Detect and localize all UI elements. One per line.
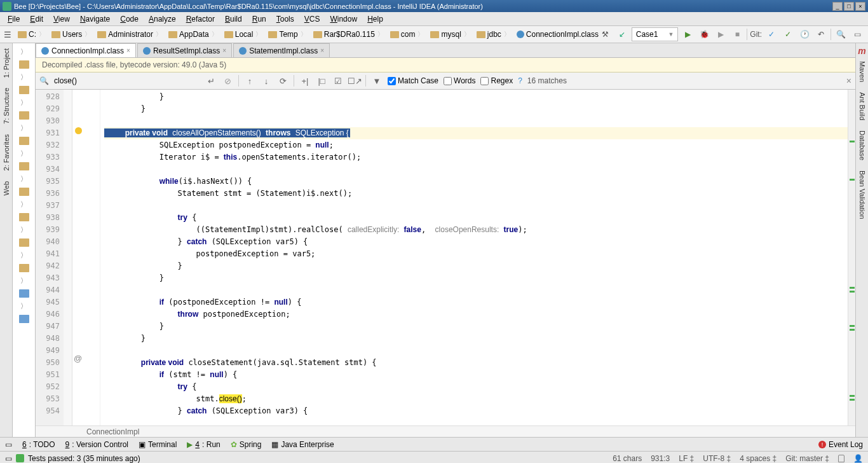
tree-expand-icon[interactable]: 〉 xyxy=(20,301,27,311)
editor-tab[interactable]: ResultSetImpl.class× xyxy=(137,43,232,57)
breadcrumb-item[interactable]: com xyxy=(388,29,428,40)
select-occur-icon[interactable]: |□ xyxy=(316,75,327,86)
error-stripe[interactable] xyxy=(848,90,855,425)
tool-terminal[interactable]: ▣ Terminal xyxy=(139,440,177,449)
prev-match-button[interactable]: ↑ xyxy=(244,75,255,86)
tree-expand-icon[interactable]: 〉 xyxy=(20,251,27,260)
menu-tools[interactable]: Tools xyxy=(271,13,299,25)
breadcrumb-item[interactable]: C: xyxy=(15,29,49,40)
menu-file[interactable]: File xyxy=(3,13,25,25)
menu-build[interactable]: Build xyxy=(220,13,247,25)
breadcrumb-item[interactable]: Users xyxy=(49,29,95,40)
breadcrumb-item[interactable]: Temp xyxy=(266,29,310,40)
minimize-button[interactable]: _ xyxy=(832,2,843,11)
menu-refactor[interactable]: Refactor xyxy=(181,13,220,25)
breadcrumb-item[interactable]: Rar$DRa0.115 xyxy=(311,29,388,40)
export-icon[interactable]: ☐↗ xyxy=(349,75,360,86)
breadcrumb-item[interactable]: Administrator xyxy=(95,29,166,40)
git-history-icon[interactable]: 🕐 xyxy=(797,27,811,41)
maven-icon[interactable]: m xyxy=(858,46,865,56)
breadcrumb-item[interactable]: Local xyxy=(222,29,266,40)
lock-icon[interactable] xyxy=(838,455,844,462)
words-checkbox[interactable]: Words xyxy=(444,76,475,85)
tool-tab-maven[interactable]: Maven xyxy=(857,56,867,87)
event-log-button[interactable]: ! Event Log xyxy=(818,440,863,449)
close-tab-icon[interactable]: × xyxy=(320,47,324,54)
tool-tab-project[interactable]: 1: Project xyxy=(1,43,11,83)
coverage-button[interactable]: ▶ xyxy=(714,27,728,41)
tool-tab-structure[interactable]: 7: Structure xyxy=(1,83,11,129)
menu-edit[interactable]: Edit xyxy=(25,13,48,25)
inspector-icon[interactable]: 👤 xyxy=(853,454,863,463)
editor-tab[interactable]: ConnectionImpl.class× xyxy=(36,43,136,57)
enter-icon[interactable]: ↵ xyxy=(205,75,217,86)
structure-breadcrumb[interactable]: ConnectionImpl xyxy=(36,425,855,437)
match-case-checkbox[interactable]: Match Case xyxy=(388,76,438,85)
tool-java-enterprise[interactable]: ▦ Java Enterprise xyxy=(271,440,334,449)
caret-position[interactable]: 931:3 xyxy=(651,454,670,463)
fold-gutter[interactable] xyxy=(64,90,72,425)
breadcrumb-item[interactable]: ConnectionImpl.class xyxy=(514,29,599,40)
tool-run[interactable]: ▶ 4: Run xyxy=(187,440,220,449)
code-text[interactable]: } } private void closeAllOpenStatements(… xyxy=(100,90,848,425)
close-button[interactable]: × xyxy=(855,2,865,11)
status-bar-icon[interactable]: ▭ xyxy=(5,454,12,463)
menu-view[interactable]: View xyxy=(48,13,75,25)
search-icon[interactable]: 🔍 xyxy=(834,27,848,41)
breadcrumb-item[interactable]: mysql xyxy=(428,29,473,40)
sync-icon[interactable]: ↙ xyxy=(615,27,629,41)
bottom-menu-icon[interactable]: ▭ xyxy=(5,440,12,449)
git-update-icon[interactable]: ✓ xyxy=(764,27,778,41)
tree-expand-icon[interactable]: 〉 xyxy=(20,123,27,133)
tree-expand-icon[interactable]: 〉 xyxy=(20,225,27,235)
tree-expand-icon[interactable]: 〉 xyxy=(20,174,27,184)
tool-tab-web[interactable]: Web xyxy=(1,176,11,200)
tool-todo[interactable]: 6: TODO xyxy=(22,440,55,449)
menu-run[interactable]: Run xyxy=(247,13,271,25)
regex-checkbox[interactable]: Regex xyxy=(480,76,513,85)
tree-expand-icon[interactable]: 〉 xyxy=(20,47,27,57)
breadcrumb-item[interactable]: AppData xyxy=(166,29,222,40)
deselect-icon[interactable]: ☑ xyxy=(332,75,344,86)
git-branch[interactable]: Git: master ‡ xyxy=(785,454,829,463)
tree-expand-icon[interactable]: 〉 xyxy=(20,200,27,209)
menu-code[interactable]: Code xyxy=(115,13,144,25)
clear-icon[interactable]: ⊘ xyxy=(222,75,233,86)
run-config-selector[interactable]: Case1 ▼ xyxy=(632,27,679,41)
editor-tab[interactable]: StatementImpl.class× xyxy=(233,43,330,57)
tool-tab-database[interactable]: Database xyxy=(857,125,867,165)
menu-vcs[interactable]: VCS xyxy=(299,13,325,25)
indent[interactable]: 4 spaces ‡ xyxy=(740,454,776,463)
next-match-button[interactable]: ↓ xyxy=(261,75,272,86)
add-selection-icon[interactable]: +| xyxy=(299,75,311,86)
tree-expand-icon[interactable]: 〉 xyxy=(20,276,27,286)
settings-icon[interactable]: ▭ xyxy=(850,27,864,41)
filter-icon[interactable]: ▼ xyxy=(371,75,383,86)
tree-expand-icon[interactable]: 〉 xyxy=(20,149,27,158)
tool-version-control[interactable]: 9: Version Control xyxy=(65,440,128,449)
close-find-button[interactable]: × xyxy=(846,76,851,86)
close-tab-icon[interactable]: × xyxy=(126,47,130,54)
stop-button[interactable]: ■ xyxy=(730,27,744,41)
git-revert-icon[interactable]: ↶ xyxy=(814,27,828,41)
debug-button[interactable]: 🐞 xyxy=(697,27,711,41)
menu-analyze[interactable]: Analyze xyxy=(144,13,181,25)
tool-spring[interactable]: ✿ Spring xyxy=(231,440,262,449)
tool-tab-favorites[interactable]: 2: Favorites xyxy=(1,129,11,176)
close-tab-icon[interactable]: × xyxy=(222,47,226,54)
find-input[interactable] xyxy=(54,76,200,85)
help-icon[interactable]: ? xyxy=(518,76,522,85)
build-icon[interactable]: ⚒ xyxy=(599,27,613,41)
override-icon[interactable]: @ xyxy=(74,354,82,363)
encoding[interactable]: UTF-8 ‡ xyxy=(703,454,731,463)
tool-tab-antbuild[interactable]: Ant Build xyxy=(857,87,867,125)
nav-menu-icon[interactable]: ☰ xyxy=(1,28,14,41)
menu-navigate[interactable]: Navigate xyxy=(75,13,115,25)
run-button[interactable]: ▶ xyxy=(681,27,695,41)
git-commit-icon[interactable]: ✓ xyxy=(781,27,795,41)
line-ending[interactable]: LF ‡ xyxy=(679,454,694,463)
code-area[interactable]: 928 929 930 931 932 933 934 935 936 937 … xyxy=(36,90,855,425)
menu-window[interactable]: Window xyxy=(325,13,362,25)
select-all-icon[interactable]: ⟳ xyxy=(277,75,288,86)
breadcrumb-item[interactable]: jdbc xyxy=(474,29,514,40)
